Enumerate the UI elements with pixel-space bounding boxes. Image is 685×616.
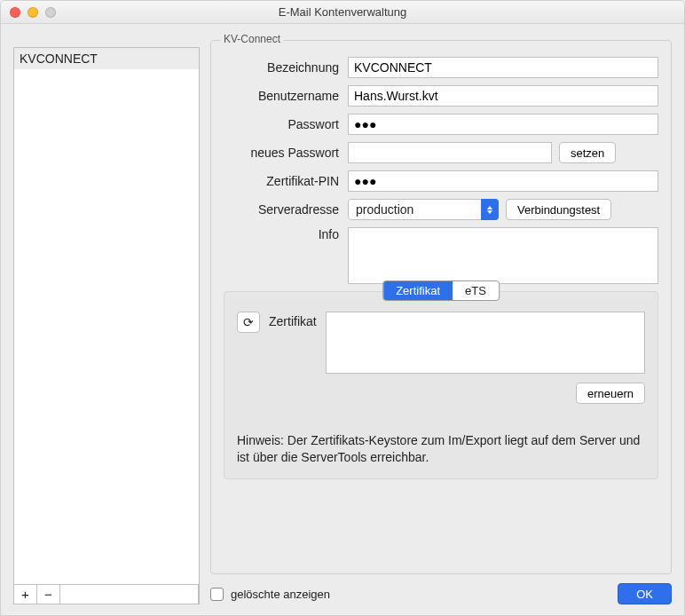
- label-serveradresse: Serveradresse: [224, 202, 348, 217]
- benutzername-input[interactable]: [348, 85, 658, 107]
- label-neues-passwort: neues Passwort: [224, 146, 348, 160]
- reload-icon: ⟳: [243, 315, 254, 329]
- select-handle-icon: [481, 199, 499, 220]
- label-bezeichnung: Bezeichnung: [224, 60, 348, 75]
- setzen-button[interactable]: setzen: [559, 142, 616, 163]
- window-title: E-Mail Kontenverwaltung: [1, 5, 684, 19]
- account-list-tools: + −: [13, 585, 200, 604]
- account-list[interactable]: KVCONNECT: [13, 47, 200, 585]
- label-passwort: Passwort: [224, 117, 348, 131]
- info-box: [348, 227, 658, 284]
- show-deleted-label: gelöschte anzeigen: [231, 588, 330, 601]
- tab-zertifikat[interactable]: Zertifikat: [383, 281, 453, 300]
- detail-panel: KV-Connect Bezeichnung Benutzername Pass…: [210, 33, 672, 604]
- list-item[interactable]: KVCONNECT: [14, 48, 199, 69]
- tab-ets[interactable]: eTS: [453, 281, 499, 300]
- erneuern-button[interactable]: erneuern: [576, 383, 645, 404]
- remove-account-button[interactable]: −: [37, 585, 60, 604]
- zertifikat-pin-input[interactable]: [348, 170, 658, 192]
- ok-button[interactable]: OK: [618, 583, 672, 604]
- titlebar: E-Mail Kontenverwaltung: [1, 1, 684, 24]
- tool-spacer: [60, 585, 199, 604]
- show-deleted-checkbox[interactable]: [210, 588, 224, 601]
- cert-tabs: Zertifikat eTS: [382, 280, 500, 301]
- certificate-group: Zertifikat eTS ⟳ Zertifikat erneuern Hin…: [224, 291, 658, 479]
- group-title: KV-Connect: [220, 33, 284, 45]
- minus-icon: −: [44, 588, 52, 601]
- neues-passwort-input[interactable]: [348, 142, 552, 163]
- cert-label: Zertifikat: [269, 312, 317, 328]
- label-info: Info: [224, 227, 348, 241]
- serveradresse-value: production: [356, 202, 413, 217]
- bezeichnung-input[interactable]: [348, 57, 658, 78]
- label-benutzername: Benutzername: [224, 89, 348, 103]
- plus-icon: +: [21, 588, 29, 601]
- label-zertifikat-pin: Zertifikat-PIN: [224, 174, 348, 188]
- account-list-panel: KVCONNECT + −: [13, 33, 200, 604]
- add-account-button[interactable]: +: [14, 585, 37, 604]
- verbindungstest-button[interactable]: Verbindungstest: [506, 199, 611, 220]
- serveradresse-select[interactable]: production: [348, 199, 499, 220]
- cert-hint: Hinweis: Der Zertifikats-Keystore zum Im…: [237, 432, 645, 466]
- kvconnect-group: KV-Connect Bezeichnung Benutzername Pass…: [210, 40, 672, 574]
- window: E-Mail Kontenverwaltung KVCONNECT + − KV…: [0, 0, 685, 616]
- cert-value-box: [326, 312, 645, 374]
- passwort-input[interactable]: [348, 114, 658, 135]
- reload-cert-button[interactable]: ⟳: [237, 312, 260, 333]
